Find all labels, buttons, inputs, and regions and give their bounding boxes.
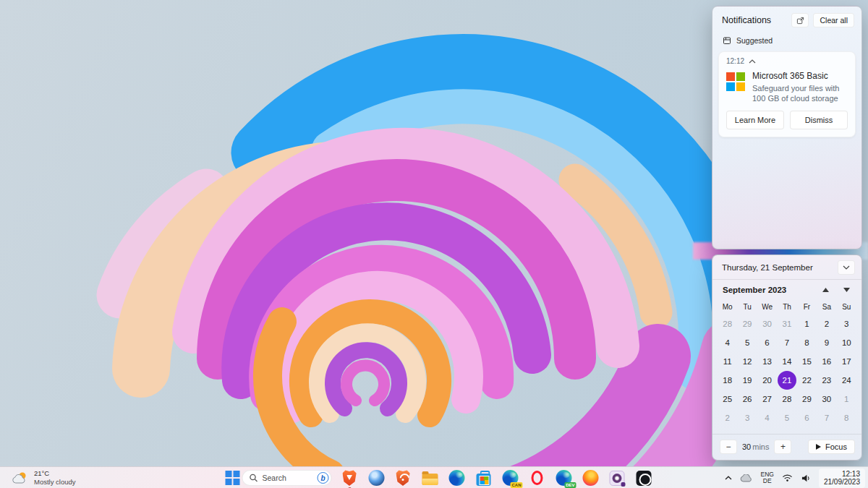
calendar-day[interactable]: 8 — [797, 333, 816, 352]
calendar-day[interactable]: 20 — [758, 371, 777, 390]
microsoft-logo-icon — [726, 72, 745, 91]
calendar-day[interactable]: 31 — [778, 314, 796, 333]
calendar-day[interactable]: 2 — [817, 314, 836, 333]
calendar-day[interactable]: 8 — [837, 408, 856, 427]
calendar-day[interactable]: 5 — [738, 333, 757, 352]
network-tray-icon[interactable] — [781, 469, 793, 487]
notification-card[interactable]: 12:12 Microsoft 365 Basic Safeguard your… — [718, 51, 856, 137]
microsoft-edge-icon[interactable] — [448, 469, 466, 487]
weather-widget[interactable]: 21°C Mostly cloudy — [7, 467, 80, 488]
onedrive-tray-icon[interactable] — [739, 469, 754, 487]
calendar-day[interactable]: 4 — [718, 333, 737, 352]
dismiss-button[interactable]: Dismiss — [790, 111, 848, 129]
calendar-day[interactable]: 26 — [738, 390, 757, 408]
pinned-apps: CANDEV — [341, 469, 653, 487]
suggested-section-header: Suggested — [712, 32, 861, 48]
day-of-week-label: Fr — [797, 300, 817, 314]
calendar-day[interactable]: 22 — [797, 371, 816, 390]
chevron-down-icon — [843, 265, 850, 270]
blue-orb-browser-icon[interactable] — [367, 469, 386, 487]
search-box[interactable]: Search b — [242, 470, 332, 486]
focus-button[interactable]: Focus — [808, 440, 855, 454]
notification-title: Microsoft 365 Basic — [752, 71, 848, 81]
calendar-day[interactable]: 1 — [837, 390, 856, 408]
decrease-duration-button[interactable]: − — [720, 440, 737, 454]
calendar-day[interactable]: 2 — [718, 408, 737, 427]
calendar-day[interactable]: 29 — [738, 314, 757, 333]
calendar-day[interactable]: 15 — [797, 352, 816, 371]
app-glyph — [448, 470, 464, 486]
day-of-week-label: We — [757, 300, 777, 314]
month-up-button[interactable] — [822, 288, 829, 292]
hidden-icons-button[interactable] — [724, 469, 733, 487]
microsoft-store-icon[interactable] — [475, 469, 493, 487]
calendar-day[interactable]: 24 — [837, 371, 856, 390]
chevron-up-icon[interactable] — [749, 59, 756, 64]
month-down-button[interactable] — [843, 288, 850, 292]
tray-date: 21/09/2023 — [824, 478, 860, 487]
suggested-icon — [723, 36, 731, 45]
firefox-icon[interactable] — [582, 469, 600, 487]
day-of-week-label: Su — [837, 300, 856, 314]
calendar-day[interactable]: 17 — [837, 352, 856, 371]
app-glyph — [422, 474, 438, 485]
calendar-day[interactable]: 28 — [718, 314, 737, 333]
clear-all-button[interactable]: Clear all — [813, 13, 854, 27]
calendar-day[interactable]: 13 — [758, 352, 777, 371]
calendar-day[interactable]: 11 — [718, 352, 737, 371]
calendar-grid: 2829303112345678910111213141516171819202… — [712, 314, 861, 434]
calendar-collapse-button[interactable] — [838, 260, 855, 275]
suggested-label: Suggested — [736, 36, 773, 45]
calendar-day[interactable]: 16 — [817, 352, 836, 371]
dark-o-app-icon[interactable] — [635, 469, 653, 487]
calendar-day[interactable]: 30 — [817, 390, 836, 408]
calendar-day[interactable]: 25 — [718, 390, 737, 408]
app-glyph — [582, 470, 598, 486]
calendar-day[interactable]: 1 — [797, 314, 816, 333]
calendar-day[interactable]: 6 — [758, 333, 777, 352]
weather-temperature: 21°C — [34, 470, 76, 477]
calendar-day-selected[interactable]: 21 — [778, 371, 796, 390]
notifications-title: Notifications — [722, 15, 791, 25]
notification-settings-button[interactable] — [791, 13, 809, 27]
calendar-day[interactable]: 19 — [738, 371, 757, 390]
calendar-day[interactable]: 18 — [718, 371, 737, 390]
app-glyph — [637, 471, 652, 486]
calendar-day[interactable]: 23 — [817, 371, 836, 390]
calendar-day[interactable]: 7 — [817, 408, 836, 427]
calendar-day[interactable]: 14 — [778, 352, 796, 371]
opera-icon[interactable] — [528, 469, 546, 487]
calendar-day[interactable]: 9 — [817, 333, 836, 352]
bing-chat-icon[interactable]: b — [318, 472, 329, 484]
notification-actions: Learn More Dismiss — [726, 111, 848, 129]
learn-more-button[interactable]: Learn More — [726, 111, 784, 129]
brave-icon[interactable] — [341, 469, 359, 487]
calendar-day[interactable]: 28 — [778, 390, 796, 408]
calendar-day[interactable]: 4 — [758, 408, 777, 427]
start-button[interactable] — [216, 469, 234, 487]
calendar-day[interactable]: 6 — [797, 408, 816, 427]
language-indicator[interactable]: ENG DE — [760, 469, 775, 487]
increase-duration-button[interactable]: + — [774, 440, 791, 454]
calendar-day[interactable]: 10 — [837, 333, 856, 352]
calendar-day[interactable]: 7 — [778, 333, 796, 352]
wifi-icon — [782, 474, 793, 482]
volume-tray-icon[interactable] — [800, 469, 812, 487]
day-of-week-label: Mo — [718, 300, 737, 314]
calendar-day[interactable]: 3 — [738, 408, 757, 427]
app-glyph — [368, 470, 384, 486]
calendar-day[interactable]: 5 — [778, 408, 796, 427]
microsoft-edge-canary-icon[interactable]: CAN — [501, 469, 519, 487]
clock-flyout-button[interactable]: 12:13 21/09/2023 — [819, 468, 865, 488]
shield-security-app-icon[interactable] — [394, 469, 412, 487]
tor-browser-icon[interactable] — [608, 469, 626, 487]
app-glyph — [396, 470, 410, 486]
microsoft-edge-dev-icon[interactable]: DEV — [555, 469, 573, 487]
calendar-month-label: September 2023 — [723, 286, 808, 294]
calendar-day[interactable]: 27 — [758, 390, 777, 408]
calendar-day[interactable]: 12 — [738, 352, 757, 371]
calendar-day[interactable]: 3 — [837, 314, 856, 333]
calendar-day[interactable]: 30 — [758, 314, 777, 333]
calendar-day[interactable]: 29 — [797, 390, 816, 408]
file-explorer-icon[interactable] — [421, 469, 439, 487]
